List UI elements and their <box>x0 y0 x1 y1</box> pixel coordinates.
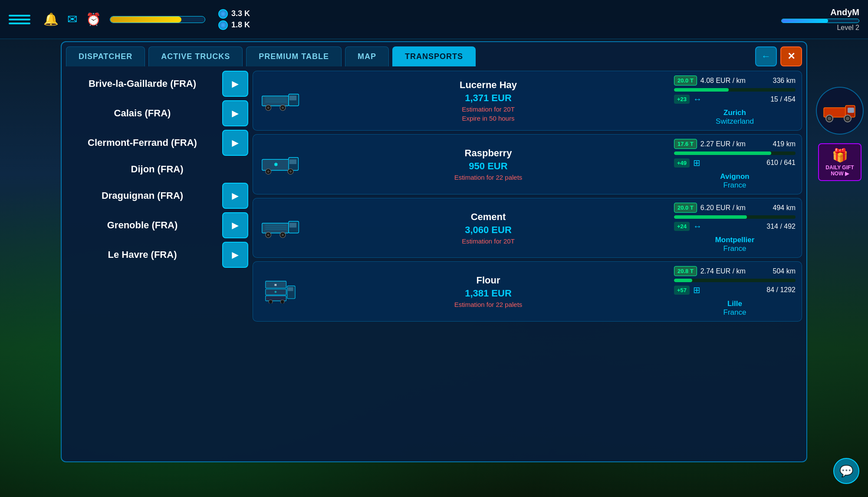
tab-actions: ← ✕ <box>755 46 802 66</box>
city-arrow-button[interactable]: ► <box>222 183 248 209</box>
currency-gold-amount: 3.3 K <box>231 9 250 18</box>
city-name-label: Dijon (FRA) <box>66 159 248 179</box>
dest-city-label: Zurich <box>674 109 796 117</box>
daily-gift-label: DAILY GIFTNOW ▶ <box>822 165 857 177</box>
destination-block: Lille France <box>674 300 796 317</box>
transport-card[interactable]: Cement 3,060 EUR Estimation for 20T 20.0… <box>253 198 802 258</box>
capacity-type-icon: ↔ <box>693 94 702 104</box>
xp-progress-bar <box>110 16 205 23</box>
transport-list: Lucerne Hay 1,371 EUR Estimation for 20T… <box>253 71 802 457</box>
chat-button[interactable]: 💬 <box>833 458 859 484</box>
topbar-icons: 🔔 ✉ ⏰ <box>43 12 205 26</box>
dest-country-label: Switzerland <box>674 117 796 126</box>
tab-premium-table[interactable]: PREMIUM TABLE <box>246 46 342 66</box>
user-name: AndyM <box>830 7 859 17</box>
capacity-type-icon: ⊞ <box>693 158 700 168</box>
city-arrow-button[interactable]: ► <box>222 100 248 126</box>
city-arrow-button[interactable]: ► <box>222 71 248 97</box>
cargo-price: 1,371 EUR <box>308 92 669 104</box>
truck-icon-svg: ❄ <box>261 152 300 176</box>
svg-point-24 <box>267 234 270 236</box>
svg-point-40 <box>828 117 831 120</box>
weight-badge: 20.0 T <box>674 76 697 86</box>
rate-text: 4.08 EUR / km <box>700 77 746 85</box>
cargo-estimation: Estimation for 22 palets <box>308 174 669 181</box>
transport-card[interactable]: ❄ Raspberry 950 EUR Estimation for 22 pa… <box>253 134 802 194</box>
back-button[interactable]: ← <box>755 46 777 66</box>
rate-text: 2.27 EUR / km <box>700 140 746 148</box>
transport-card[interactable]: ▦ ❄ Flour 1,381 EUR Estimation for 22 pa… <box>253 261 802 322</box>
svg-point-8 <box>282 106 284 109</box>
transport-info: Cement 3,060 EUR Estimation for 20T <box>308 211 669 245</box>
plus-badge: +23 <box>674 95 690 104</box>
destination-block: Avignon France <box>674 172 796 190</box>
menu-button[interactable] <box>9 15 30 24</box>
capacity-value: 84 / 1292 <box>766 286 796 294</box>
capacity-progress-bar <box>674 151 796 155</box>
city-arrow-button[interactable]: ► <box>222 212 248 238</box>
transport-info: Flour 1,381 EUR Estimation for 22 palets <box>308 275 669 308</box>
clock-icon[interactable]: ⏰ <box>86 12 101 26</box>
city-item: Le Havre (FRA) ► <box>66 242 248 268</box>
transport-card[interactable]: Lucerne Hay 1,371 EUR Estimation for 20T… <box>253 71 802 131</box>
capacity-progress-bar <box>674 279 796 282</box>
tab-transports[interactable]: TRANSPORTS <box>392 46 476 66</box>
dest-country-label: France <box>674 181 796 190</box>
transport-info: Raspberry 950 EUR Estimation for 22 pale… <box>308 148 669 181</box>
stat-top-row: 17.6 T 2.27 EUR / km 419 km <box>674 139 796 149</box>
gift-icon: 🎁 <box>822 148 857 163</box>
city-arrow-button[interactable]: ► <box>222 130 248 156</box>
tab-dispatcher[interactable]: DISPATCHER <box>66 46 145 66</box>
vehicle-preview-panel[interactable] <box>816 87 864 135</box>
capacity-progress-bar <box>674 88 796 92</box>
cargo-estimation: Estimation for 22 palets <box>308 301 669 308</box>
plus-badge: +24 <box>674 222 690 231</box>
transport-stats: 20.0 T 4.08 EUR / km 336 km +23 ↔ 15 / 4… <box>674 76 796 126</box>
currency-blue-amount: 1.8 K <box>231 20 250 30</box>
cargo-price: 3,060 EUR <box>308 224 669 236</box>
capacity-progress-fill <box>674 279 692 282</box>
city-item: Draguignan (FRA) ► <box>66 183 248 209</box>
dest-city-label: Lille <box>674 300 796 308</box>
transport-info: Lucerne Hay 1,371 EUR Estimation for 20T… <box>308 79 669 122</box>
svg-rect-17 <box>289 159 296 164</box>
city-name-label: Brive-la-Gaillarde (FRA) <box>66 74 219 94</box>
close-button[interactable]: ✕ <box>780 46 802 66</box>
destination-block: Montpellier France <box>674 236 796 253</box>
truck-icon-container: ▦ ❄ <box>259 280 302 303</box>
stat-top-row: 20.0 T 6.20 EUR / km 494 km <box>674 203 796 213</box>
stat-mid-row: +23 ↔ 15 / 454 <box>674 94 796 104</box>
mail-icon[interactable]: ✉ <box>67 12 77 26</box>
transport-stats: 20.8 T 2.74 EUR / km 504 km +57 ⊞ 84 / 1… <box>674 266 796 317</box>
capacity-progress-fill <box>674 88 729 92</box>
daily-gift-panel[interactable]: 🎁 DAILY GIFTNOW ▶ <box>818 143 861 181</box>
cargo-price: 950 EUR <box>308 161 669 172</box>
city-name-label: Clermont-Ferrand (FRA) <box>66 133 219 153</box>
city-item: Dijon (FRA) <box>66 159 248 179</box>
capacity-progress-bar <box>674 215 796 219</box>
dest-city-label: Avignon <box>674 172 796 181</box>
capacity-value: 15 / 454 <box>770 95 796 103</box>
bell-icon[interactable]: 🔔 <box>43 12 59 26</box>
cargo-name: Cement <box>308 211 669 223</box>
tab-bar: DISPATCHER ACTIVE TRUCKS PREMIUM TABLE M… <box>62 42 806 66</box>
svg-point-14 <box>267 170 270 172</box>
truck-icon-container: ❄ <box>259 152 302 176</box>
level-progress-bar <box>781 19 859 23</box>
tab-active-trucks[interactable]: ACTIVE TRUCKS <box>148 46 243 66</box>
city-name-label: Draguignan (FRA) <box>66 186 219 206</box>
weight-badge: 20.8 T <box>674 266 697 276</box>
vehicle-preview-icon <box>822 97 858 125</box>
stat-mid-row: +57 ⊞ 84 / 1292 <box>674 285 796 295</box>
truck-icon-container <box>259 216 302 240</box>
tab-map[interactable]: MAP <box>345 46 389 66</box>
truck-icon-svg: ▦ ❄ <box>261 280 300 303</box>
stat-top-row: 20.8 T 2.74 EUR / km 504 km <box>674 266 796 276</box>
dest-country-label: France <box>674 244 796 253</box>
city-arrow-button[interactable]: ► <box>222 242 248 268</box>
rate-text: 6.20 EUR / km <box>700 204 746 212</box>
cargo-estimation: Estimation for 20T <box>308 237 669 245</box>
city-name-label: Le Havre (FRA) <box>66 245 219 265</box>
city-item: Brive-la-Gaillarde (FRA) ► <box>66 71 248 97</box>
svg-point-26 <box>282 234 284 236</box>
